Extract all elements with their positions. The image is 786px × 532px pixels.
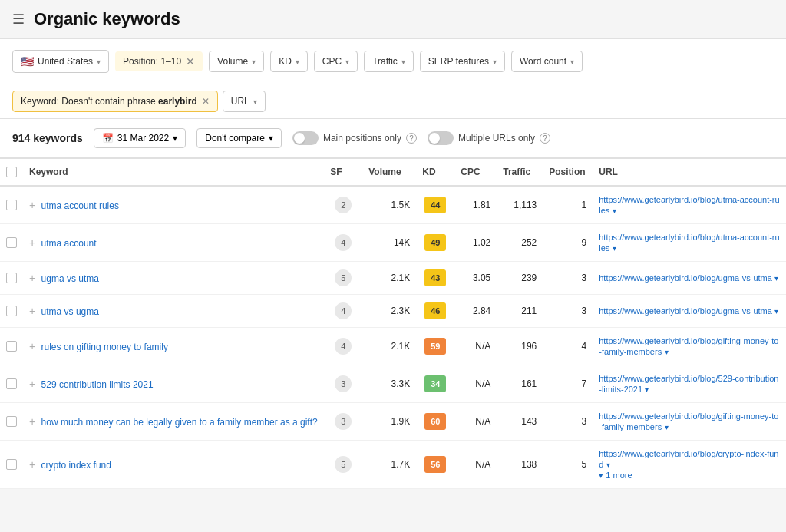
row-checkbox[interactable] xyxy=(6,273,17,283)
url-cell: https://www.getearlybird.io/blog/gifting… xyxy=(593,328,786,365)
select-all-checkbox[interactable] xyxy=(6,167,17,177)
url-link[interactable]: https://www.getearlybird.io/blog/529-con… xyxy=(599,374,778,383)
wordcount-label: Word count xyxy=(520,56,566,67)
table-row: + ugma vs utma 5 2.1K 43 3.05 239 3 http… xyxy=(0,262,786,295)
volume-column-header[interactable]: Volume xyxy=(362,159,416,186)
url-link-suffix[interactable]: -family-members xyxy=(599,422,662,431)
kd-filter[interactable]: KD ▾ xyxy=(270,51,308,72)
keywords-count: 914 keywords xyxy=(12,132,83,144)
row-checkbox[interactable] xyxy=(6,306,17,316)
kd-badge: 34 xyxy=(424,375,446,392)
traffic-column-header[interactable]: Traffic xyxy=(497,159,543,186)
row-checkbox[interactable] xyxy=(6,459,17,470)
url-link-suffix[interactable]: les xyxy=(599,243,609,253)
url-cell: https://www.getearlybird.io/blog/crypto-… xyxy=(593,441,786,489)
volume-filter[interactable]: Volume ▾ xyxy=(209,51,264,72)
toolbar: 914 keywords 📅 31 Mar 2022 ▾ Don't compa… xyxy=(0,119,786,159)
table-header-row: Keyword SF Volume KD CPC Traffic Positio… xyxy=(0,159,786,186)
multiple-urls-help-icon[interactable]: ? xyxy=(540,133,550,144)
keyword-link[interactable]: rules on gifting money to family xyxy=(41,342,168,352)
traffic-filter[interactable]: Traffic ▾ xyxy=(364,51,414,72)
url-link[interactable]: https://www.getearlybird.io/blog/gifting… xyxy=(599,411,778,421)
keyword-cell: + crypto index fund xyxy=(23,441,324,489)
url-filter-label: URL xyxy=(231,96,249,107)
chevron-down-icon: ▾ xyxy=(97,58,101,66)
url-link[interactable]: https://www.getearlybird.io/blog/utma-ac… xyxy=(599,233,779,242)
row-checkbox[interactable] xyxy=(6,378,17,389)
add-keyword-icon[interactable]: + xyxy=(29,305,35,317)
url-link-suffix[interactable]: d xyxy=(599,460,603,469)
position-column-header[interactable]: Position xyxy=(543,159,593,186)
kd-badge: 60 xyxy=(424,413,446,430)
row-checkbox-cell xyxy=(0,328,23,365)
main-positions-toggle[interactable] xyxy=(292,131,319,145)
sf-badge: 4 xyxy=(335,338,352,355)
kd-badge: 43 xyxy=(424,269,446,286)
keyword-link[interactable]: 529 contribution limits 2021 xyxy=(41,379,154,390)
keyword-filter-active: Keyword: Doesn't contain phrase earlybir… xyxy=(12,91,218,112)
traffic-cell: 196 xyxy=(497,328,543,365)
url-link-suffix[interactable]: les xyxy=(599,206,609,215)
keyword-link[interactable]: utma account rules xyxy=(41,200,119,211)
serp-filter[interactable]: SERP features ▾ xyxy=(420,51,505,72)
compare-button[interactable]: Don't compare ▾ xyxy=(196,128,282,148)
keyword-link[interactable]: crypto index fund xyxy=(41,460,111,471)
row-checkbox[interactable] xyxy=(6,416,17,427)
keyword-link[interactable]: utma vs ugma xyxy=(41,306,99,317)
keyword-link[interactable]: how much money can be legally given to a… xyxy=(41,417,318,428)
kd-column-header[interactable]: KD xyxy=(416,159,454,186)
traffic-cell: 1,113 xyxy=(497,186,543,224)
hamburger-icon[interactable]: ☰ xyxy=(12,11,25,28)
sf-column-header[interactable]: SF xyxy=(324,159,362,186)
sf-cell: 2 xyxy=(324,186,362,224)
sf-cell: 3 xyxy=(324,403,362,441)
keyword-link[interactable]: utma account xyxy=(41,238,97,249)
keyword-filter-close[interactable]: ✕ xyxy=(202,96,210,107)
traffic-cell: 161 xyxy=(497,365,543,403)
wordcount-filter[interactable]: Word count ▾ xyxy=(511,51,583,72)
filters-bar: 🇺🇸 United States ▾ Position: 1–10 ✕ Volu… xyxy=(0,39,786,84)
flag-icon: 🇺🇸 xyxy=(21,55,34,68)
cpc-filter[interactable]: CPC ▾ xyxy=(314,51,358,72)
add-keyword-icon[interactable]: + xyxy=(29,199,35,211)
url-link[interactable]: https://www.getearlybird.io/blog/crypto-… xyxy=(599,449,778,458)
add-keyword-icon[interactable]: + xyxy=(29,378,35,390)
date-picker[interactable]: 📅 31 Mar 2022 ▾ xyxy=(94,128,186,148)
volume-cell: 2.3K xyxy=(362,295,416,328)
country-filter[interactable]: 🇺🇸 United States ▾ xyxy=(12,50,109,73)
row-checkbox[interactable] xyxy=(6,341,17,352)
row-checkbox[interactable] xyxy=(6,200,17,210)
traffic-cell: 138 xyxy=(497,441,543,489)
chevron-down-icon: ▾ xyxy=(401,58,405,66)
keyword-link[interactable]: ugma vs utma xyxy=(41,273,99,284)
url-cell: https://www.getearlybird.io/blog/ugma-vs… xyxy=(593,262,786,295)
url-link-suffix[interactable]: -family-members xyxy=(599,347,662,356)
add-keyword-icon[interactable]: + xyxy=(29,340,35,352)
row-checkbox-cell xyxy=(0,295,23,328)
volume-cell: 1.7K xyxy=(362,441,416,489)
volume-cell: 2.1K xyxy=(362,328,416,365)
calendar-icon: 📅 xyxy=(102,133,114,144)
url-filter[interactable]: URL ▾ xyxy=(223,91,266,112)
url-link[interactable]: https://www.getearlybird.io/blog/utma-ac… xyxy=(599,195,779,204)
add-keyword-icon[interactable]: + xyxy=(29,415,35,428)
main-positions-help-icon[interactable]: ? xyxy=(406,133,417,144)
url-link-suffix[interactable]: -limits-2021 xyxy=(599,385,642,394)
url-chevron-icon: ▾ xyxy=(665,348,669,356)
url-more[interactable]: ▾ 1 more xyxy=(599,471,632,480)
url-link[interactable]: https://www.getearlybird.io/blog/ugma-vs… xyxy=(599,273,772,283)
compare-label: Don't compare xyxy=(205,133,265,144)
position-filter-close[interactable]: ✕ xyxy=(186,56,195,67)
add-keyword-icon[interactable]: + xyxy=(29,272,35,284)
add-keyword-icon[interactable]: + xyxy=(29,458,35,471)
url-link[interactable]: https://www.getearlybird.io/blog/gifting… xyxy=(599,336,778,345)
url-link[interactable]: https://www.getearlybird.io/blog/ugma-vs… xyxy=(599,306,772,316)
cpc-column-header[interactable]: CPC xyxy=(454,159,497,186)
row-checkbox[interactable] xyxy=(6,237,17,248)
chevron-down-icon: ▾ xyxy=(493,58,497,66)
add-keyword-icon[interactable]: + xyxy=(29,236,35,249)
position-cell: 1 xyxy=(543,186,593,224)
multiple-urls-toggle[interactable] xyxy=(428,131,454,145)
keyword-cell: + utma vs ugma xyxy=(23,295,324,328)
kd-cell: 44 xyxy=(416,186,454,224)
